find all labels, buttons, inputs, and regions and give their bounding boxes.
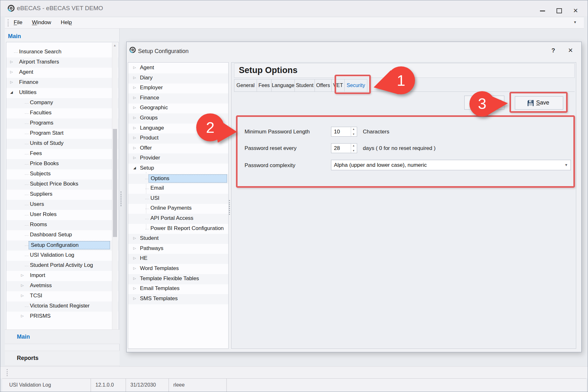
tab-general[interactable]: General [234,79,257,92]
scroll-up-icon[interactable]: ▲ [113,44,116,47]
tree-item-power-bi-report-configuration[interactable]: Power BI Report Configuration [128,224,228,234]
tree-item-usi[interactable]: USI [128,194,228,204]
expand-icon[interactable]: ▷ [10,70,13,74]
expand-icon[interactable]: ▷ [21,314,24,318]
tree-item-import[interactable]: ▷Import [6,271,118,281]
tree-item-agent[interactable]: ▷Agent [6,68,118,78]
tree-item-he[interactable]: ▷HE [128,254,228,264]
menu-grip-handle[interactable] [8,19,9,26]
tree-item-finance[interactable]: ▷Finance [6,78,118,88]
tree-item-student-portal-activity-log[interactable]: Student Portal Activity Log [6,261,118,271]
tree-item-suppliers[interactable]: Suppliers [6,190,118,200]
tree-item-email-templates[interactable]: ▷Email Templates [128,284,228,294]
status-grip-handle[interactable] [7,369,8,376]
tree-item-rooms[interactable]: Rooms [6,220,118,230]
tree-item-airport-transfers[interactable]: ▷Airport Transfers [6,57,118,68]
dialog-logo-icon [129,46,136,53]
expand-icon[interactable]: ▷ [133,236,136,240]
tab-student[interactable]: Student [294,79,315,92]
tree-item-victoria-student-register[interactable]: Victoria Student Register [6,301,118,312]
tree-item-api-portal-access[interactable]: API Portal Access [128,214,228,224]
expand-icon[interactable]: ▷ [133,116,136,120]
tree-item-setup[interactable]: ◢Setup [128,164,228,174]
expand-icon[interactable]: ▷ [133,286,136,290]
expand-icon[interactable]: ▷ [133,156,136,160]
tree-item-agent[interactable]: ▷Agent [128,63,228,73]
menu-items: FileWindowHelp [14,19,81,26]
tree-item-faculties[interactable]: Faculties [6,108,118,118]
tree-item-insurance-search[interactable]: Insurance Search [6,47,118,57]
tree-item-employer[interactable]: ▷Employer [128,83,228,93]
tree-item-company[interactable]: Company [6,98,118,108]
expand-icon[interactable]: ▷ [133,146,136,150]
menu-overflow-icon[interactable]: ▾ [574,20,576,24]
tree-item-online-payments[interactable]: Online Payments [128,204,228,214]
tree-item-options[interactable]: Options [128,174,228,184]
menu-help[interactable]: Help [61,19,72,26]
sidebar-section-main[interactable]: Main [5,329,120,344]
expand-icon[interactable]: ▷ [133,96,136,100]
expand-icon[interactable]: ▷ [133,85,136,90]
tree-item-programs[interactable]: Programs [6,118,118,129]
expand-icon[interactable]: ▷ [133,136,136,140]
tree-item-provider[interactable]: ▷Provider [128,153,228,164]
tree-item-template-flexible-tables[interactable]: ▷Template Flexible Tables [128,274,228,284]
tree-item-word-templates[interactable]: ▷Word Templates [128,264,228,274]
tree-item-units-of-study[interactable]: Units of Study [6,139,118,149]
expand-icon[interactable]: ▷ [133,105,136,110]
expand-icon[interactable]: ▷ [21,283,24,287]
menu-file[interactable]: File [14,19,22,26]
tree-item-subject-price-books[interactable]: Subject Price Books [6,179,118,190]
expand-icon[interactable]: ▷ [133,296,136,301]
tree-item-user-roles[interactable]: User Roles [6,210,118,220]
expand-icon[interactable]: ▷ [10,80,13,84]
tree-item-usi-validation-log[interactable]: USI Validation Log [6,251,118,261]
close-button[interactable]: ✕ [573,7,578,14]
tree-item-email[interactable]: Email [128,184,228,194]
menu-window[interactable]: Window [32,19,51,26]
tab-language[interactable]: Language [271,79,295,92]
tree-item-prisms[interactable]: ▷PRISMS [6,312,118,322]
tree-item-users[interactable]: Users [6,200,118,210]
expand-icon[interactable]: ▷ [133,126,136,130]
expand-icon[interactable]: ▷ [133,246,136,250]
tab-fees[interactable]: Fees [257,79,272,92]
collapse-icon[interactable]: ◢ [133,166,136,170]
splitter-handle[interactable] [121,192,121,206]
tree-item-geographic[interactable]: ▷Geographic [128,103,228,113]
sidebar-section-reports[interactable]: Reports [5,351,120,366]
tree-item-setup-configuration[interactable]: Setup Configuration [6,240,118,251]
tree-item-utilities[interactable]: ◢Utilities [6,88,118,98]
maximize-button[interactable] [557,8,562,13]
sidebar-scrollbar[interactable]: ▲ ▼ [112,43,118,341]
splitter-handle[interactable] [229,200,230,215]
tree-item-program-start[interactable]: Program Start [6,129,118,139]
tab-offers[interactable]: Offers [315,79,332,92]
tree-item-label: Units of Study [30,140,64,146]
tree-item-dashboard-setup[interactable]: Dashboard Setup [6,230,118,240]
scrollbar-thumb[interactable] [113,129,117,237]
expand-icon[interactable]: ▷ [133,256,136,260]
tree-item-subjects[interactable]: Subjects [6,169,118,179]
expand-icon[interactable]: ▷ [133,266,136,270]
tree-item-sms-templates[interactable]: ▷SMS Templates [128,294,228,304]
tree-item-label: Finance [140,95,159,101]
tree-item-finance[interactable]: ▷Finance [128,93,228,104]
expand-icon[interactable]: ▷ [21,294,24,298]
dialog-help-icon[interactable]: ? [551,47,555,54]
dialog-close-icon[interactable]: ✕ [568,47,573,54]
tree-item-fees[interactable]: Fees [6,149,118,159]
tree-item-student[interactable]: ▷Student [128,234,228,244]
tree-item-tcsi[interactable]: ▷TCSI [6,291,118,301]
tree-item-diary[interactable]: ▷Diary [128,73,228,84]
tree-item-pathways[interactable]: ▷Pathways [128,244,228,254]
expand-icon[interactable]: ▷ [133,65,136,70]
expand-icon[interactable]: ▷ [133,76,136,80]
minimize-button[interactable] [540,10,545,11]
tree-item-price-books[interactable]: Price Books [6,159,118,169]
collapse-icon[interactable]: ◢ [10,90,13,94]
expand-icon[interactable]: ▷ [133,276,136,280]
expand-icon[interactable]: ▷ [21,273,24,277]
expand-icon[interactable]: ▷ [10,60,13,64]
tree-item-avetmiss[interactable]: ▷Avetmiss [6,281,118,291]
